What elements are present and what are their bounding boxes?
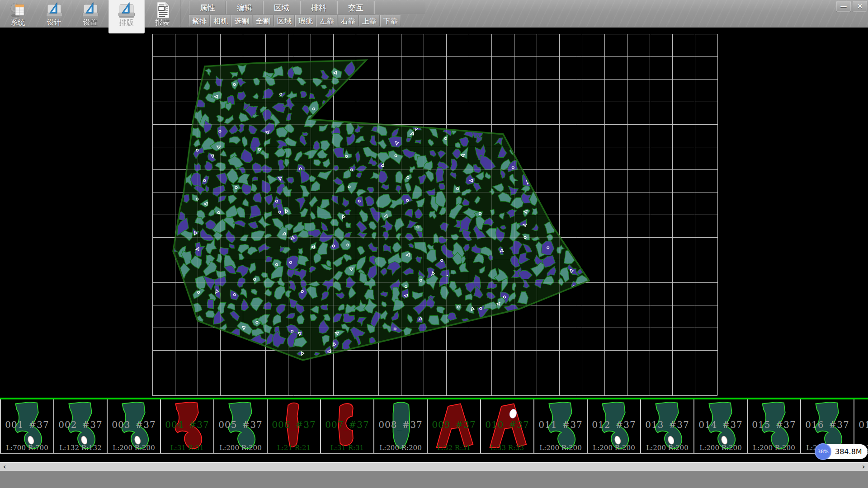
tool-button-7[interactable]: 左靠 <box>316 15 337 27</box>
piece-shape-preview <box>273 401 315 451</box>
minimize-button[interactable]: — <box>836 1 851 12</box>
piece-shape-preview <box>326 401 368 451</box>
piece-shape-preview <box>540 401 581 451</box>
piece-thumbnail-006_#37[interactable]: 006_#37L:21 R:21 <box>268 399 321 453</box>
nav-button-label: 排版 <box>119 19 134 27</box>
ruler-icon <box>45 1 64 19</box>
tool-button-9[interactable]: 上靠 <box>359 15 380 27</box>
nav-icon-bar: 系统设计设置排版报表 <box>0 0 181 27</box>
menu-item-4[interactable]: 排料 <box>300 1 337 14</box>
nesting-canvas[interactable] <box>0 27 868 398</box>
piece-shape-preview <box>220 401 261 451</box>
piece-thumbnail-001_#37[interactable]: 001_#37L:700 R:700 <box>1 399 54 453</box>
nav-button-2[interactable]: 设计 <box>36 0 72 27</box>
tool-bar: 聚排相机选割全割区域瑕疵左靠右靠上靠下靠 <box>189 15 401 27</box>
piece-thumbnail-012_#37[interactable]: 012_#37L:200 R:200 <box>588 399 641 453</box>
piece-thumbnail-015_#37[interactable]: 015_#37L:200 R:200 <box>748 399 801 453</box>
piece-shape-preview <box>700 401 741 451</box>
nav-button-5[interactable]: 报表 <box>145 0 181 27</box>
menu-item-1[interactable]: 属性 <box>189 1 226 14</box>
nav-button-4[interactable]: 排版 <box>108 0 145 33</box>
piece-shape-preview <box>433 401 475 451</box>
tool-button-8[interactable]: 右靠 <box>338 15 359 27</box>
nav-button-label: 设置 <box>83 19 98 27</box>
menu-bar-spacer <box>374 1 425 14</box>
piece-thumbnail-013_#37[interactable]: 013_#37L:200 R:200 <box>641 399 694 453</box>
nav-button-1[interactable]: 系统 <box>0 0 36 27</box>
scroll-right-arrow-icon[interactable]: › <box>859 463 868 471</box>
piece-shape-preview <box>646 401 688 451</box>
memory-percent-circle: 38% <box>815 443 831 460</box>
piece-thumbnail-007_#37[interactable]: 007_#37L:31 R:31 <box>321 399 374 453</box>
tool-button-4[interactable]: 全割 <box>253 15 274 27</box>
nav-button-label: 系统 <box>11 19 25 27</box>
close-button[interactable]: ✕ <box>853 1 867 12</box>
window-controls: — ✕ <box>836 1 867 12</box>
tool-button-5[interactable]: 区域 <box>274 15 295 27</box>
piece-shape-preview <box>60 401 101 451</box>
nav-button-3[interactable]: 设置 <box>72 0 108 27</box>
status-bar <box>0 470 868 488</box>
tool-button-3[interactable]: 选割 <box>231 15 252 27</box>
piece-shape-preview <box>166 401 208 451</box>
tool-button-6[interactable]: 瑕疵 <box>295 15 316 27</box>
gear-table-icon <box>9 1 28 19</box>
tool-button-2[interactable]: 相机 <box>210 15 231 27</box>
menu-item-3[interactable]: 区域 <box>263 1 300 14</box>
piece-shape-preview <box>486 401 528 451</box>
ruler-icon <box>81 1 100 19</box>
tool-button-1[interactable]: 聚排 <box>189 15 210 27</box>
piece-shape-preview <box>380 401 421 451</box>
piece-thumbnail-005_#37[interactable]: 005_#37L:200 R:200 <box>214 399 268 453</box>
piece-shape-preview <box>593 401 635 451</box>
piece-thumbnail-010_#37[interactable]: 010_#37L:33 R:33 <box>481 399 534 453</box>
nesting-app-window: 系统设计设置排版报表 属性编辑区域排料交互 聚排相机选割全割区域瑕疵左靠右靠上靠… <box>0 0 868 488</box>
piece-shape-preview <box>860 401 868 451</box>
piece-thumbnail-003_#37[interactable]: 003_#37L:200 R:200 <box>108 399 161 453</box>
ruler-icon <box>117 1 136 19</box>
horizontal-scrollbar[interactable]: ‹ › <box>0 462 868 471</box>
report-doc-icon <box>153 1 172 19</box>
bottom-gap <box>0 454 868 462</box>
piece-thumbnail-009_#37[interactable]: 009_#37L:32 R:31 <box>428 399 481 453</box>
menu-item-5[interactable]: 交互 <box>337 1 374 14</box>
memory-badge: 38% 384.8M <box>816 444 868 459</box>
piece-shape-preview <box>753 401 795 451</box>
piece-thumbnail-014_#37[interactable]: 014_#37L:200 R:200 <box>694 399 748 453</box>
menu-item-2[interactable]: 编辑 <box>226 1 263 14</box>
memory-value: 384.8M <box>831 447 868 456</box>
scroll-left-arrow-icon[interactable]: ‹ <box>0 463 9 471</box>
piece-shape-preview <box>807 401 848 451</box>
piece-thumbnail-strip: 001_#37L:700 R:700002_#37L:132 R:132003_… <box>0 399 868 454</box>
piece-shape-preview <box>113 401 155 451</box>
piece-thumbnail-002_#37[interactable]: 002_#37L:132 R:132 <box>54 399 108 453</box>
menu-bar: 属性编辑区域排料交互 <box>189 1 425 14</box>
nav-button-label: 设计 <box>47 19 61 27</box>
nav-button-label: 报表 <box>156 19 170 27</box>
piece-shape-preview <box>6 401 48 451</box>
piece-thumbnail-004_#37[interactable]: 004_#37L:31 R:31 <box>161 399 214 453</box>
tool-button-10[interactable]: 下靠 <box>380 15 401 27</box>
piece-thumbnail-011_#37[interactable]: 011_#37L:200 R:200 <box>534 399 588 453</box>
top-toolbar: 系统设计设置排版报表 属性编辑区域排料交互 聚排相机选割全割区域瑕疵左靠右靠上靠… <box>0 0 868 28</box>
piece-thumbnail-008_#37[interactable]: 008_#37L:200 R:200 <box>374 399 428 453</box>
